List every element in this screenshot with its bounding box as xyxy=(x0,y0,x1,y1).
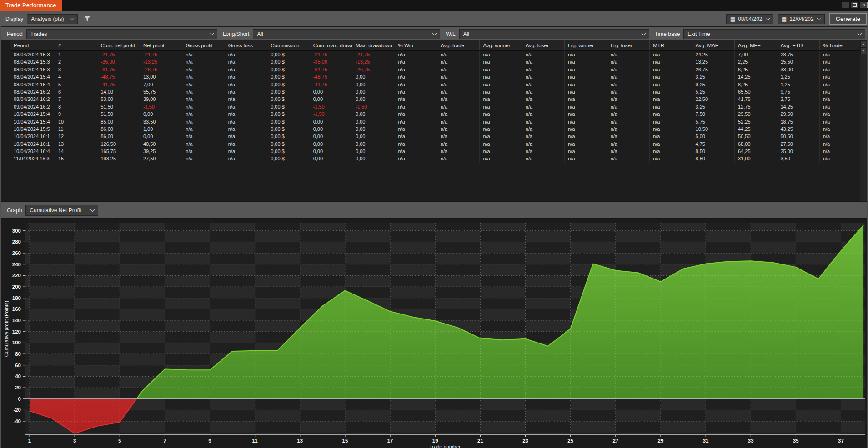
table-cell: -21,75 xyxy=(352,51,395,58)
chart-canvas: -40-200204060801001201401601802002202402… xyxy=(1,219,867,448)
scroll-down-button[interactable]: ▼ xyxy=(860,47,866,54)
table-cell: 2,25 xyxy=(735,58,777,65)
table-cell: n/a xyxy=(650,66,692,73)
wl-dropdown[interactable]: All xyxy=(459,29,649,39)
date-from-value: 08/04/2024 xyxy=(738,16,763,22)
column-header[interactable]: Avg. trade xyxy=(437,40,480,50)
table-cell: 10/04/2024 15:4 xyxy=(10,110,55,118)
column-header[interactable]: Period xyxy=(10,40,55,50)
table-cell: n/a xyxy=(565,103,607,110)
column-header[interactable]: Avg. winner xyxy=(480,40,522,50)
svg-text:31: 31 xyxy=(703,438,709,443)
table-cell: n/a xyxy=(480,103,522,110)
table-cell: n/a xyxy=(225,81,267,88)
table-cell: n/a xyxy=(607,81,650,88)
table-row[interactable]: 08/04/2024 15:44-48,7513,00n/an/a0,00 $-… xyxy=(10,73,867,80)
column-header[interactable]: Lrg. loser xyxy=(607,40,650,50)
longshort-dropdown[interactable]: All xyxy=(253,29,440,39)
graph-type-dropdown[interactable]: Cumulative Net Profit xyxy=(25,205,98,216)
table-cell: 1,25 xyxy=(777,81,819,88)
svg-text:60: 60 xyxy=(15,363,21,368)
table-cell: n/a xyxy=(607,58,650,65)
table-row[interactable]: 10/04/2024 16:113126,5040,50n/an/a0,00 $… xyxy=(10,140,867,148)
table-cell: n/a xyxy=(480,148,522,155)
table-scrollbar[interactable]: ▲ ▼ xyxy=(860,40,867,201)
table-cell: n/a xyxy=(650,58,692,65)
table-row[interactable]: 10/04/2024 15:4951,500,00n/an/a0,00 $-1,… xyxy=(10,110,867,118)
column-header[interactable]: Avg. ETD xyxy=(777,40,819,50)
table-cell: n/a xyxy=(820,148,862,155)
table-row[interactable]: 10/04/2024 16:414165,7539,25n/an/a0,00 $… xyxy=(10,148,867,155)
filter-funnel-icon[interactable] xyxy=(84,16,90,22)
table-cell: -61,75 xyxy=(97,66,140,73)
restore-button[interactable] xyxy=(851,2,858,8)
table-row[interactable]: 08/04/2024 15:45-41,757,00n/an/a0,00 $-4… xyxy=(10,81,867,88)
period-dropdown[interactable]: Trades xyxy=(26,29,217,39)
window-title-tab[interactable]: Trade Performance xyxy=(0,0,62,11)
table-row[interactable]: 09/04/2024 16:2851,50-1,50n/an/a0,00 $-1… xyxy=(10,103,867,110)
table-cell: 29,50 xyxy=(777,110,819,118)
timebase-dropdown[interactable]: Exit Time xyxy=(683,29,865,39)
cumulative-profit-chart: -40-200204060801001201401601802002202402… xyxy=(1,219,867,448)
table-cell: 0,00 xyxy=(352,125,395,133)
table-cell: n/a xyxy=(225,66,267,73)
table-row[interactable]: 08/04/2024 15:33-61,75-26,75n/an/a0,00 $… xyxy=(10,66,867,73)
table-cell: n/a xyxy=(820,81,862,88)
close-button[interactable]: ✕ xyxy=(860,2,868,8)
table-cell: 39,00 xyxy=(140,95,182,103)
column-header[interactable]: Avg. loser xyxy=(522,40,565,50)
table-cell: n/a xyxy=(437,103,480,110)
table-row[interactable]: 10/04/2024 16:11286,000,00n/an/a0,00 $0,… xyxy=(10,133,867,140)
table-cell: 0,00 xyxy=(310,95,352,103)
generate-button[interactable]: Generate xyxy=(829,13,867,25)
table-cell: 0,00 $ xyxy=(267,81,310,88)
column-header[interactable]: Max. drawdown xyxy=(352,40,395,50)
table-row[interactable]: 11/04/2024 15:315193,2527,50n/an/a0,00 $… xyxy=(10,155,867,162)
table-cell: 51,50 xyxy=(97,103,140,110)
column-header[interactable]: Gross profit xyxy=(182,40,225,50)
column-header[interactable]: % Trade xyxy=(820,40,862,50)
column-header[interactable]: Avg. MFE xyxy=(735,40,777,50)
table-row[interactable]: 08/04/2024 16:2614,0055,75n/an/a0,00 $0,… xyxy=(10,88,867,95)
table-row[interactable]: 10/04/2024 15:51186,001,00n/an/a0,00 $0,… xyxy=(10,125,867,133)
table-cell: n/a xyxy=(650,118,692,125)
table-cell: n/a xyxy=(395,103,437,110)
column-header[interactable]: MTR xyxy=(650,40,692,50)
toolbar: Display Analysis (pts) ▦ 08/04/2024 ▦ 12… xyxy=(0,11,868,26)
date-from-picker[interactable]: ▦ 08/04/2024 xyxy=(726,14,773,24)
table-cell: 08/04/2024 15:3 xyxy=(10,66,55,73)
column-header[interactable]: Gross loss xyxy=(225,40,267,50)
column-header[interactable]: % Win xyxy=(395,40,437,50)
table-row[interactable]: 10/04/2024 15:41085,0033,50n/an/a0,00 $0… xyxy=(10,118,867,125)
table-cell: 33,00 xyxy=(777,66,819,73)
minimize-button[interactable] xyxy=(842,2,849,8)
column-header[interactable]: Cum. net profit xyxy=(97,40,140,50)
table-cell: 11/04/2024 15:3 xyxy=(10,155,55,162)
scroll-up-button[interactable]: ▲ xyxy=(860,40,866,47)
column-header[interactable]: Lrg. winner xyxy=(565,40,607,50)
svg-text:23: 23 xyxy=(522,438,528,443)
column-header[interactable]: Avg. MAE xyxy=(692,40,735,50)
column-header[interactable]: # xyxy=(55,40,97,50)
table-row[interactable]: 08/04/2024 15:32-35,00-13,25n/an/a0,00 $… xyxy=(10,58,867,65)
table-cell: n/a xyxy=(565,140,607,148)
grid-body: 08/04/2024 15:31-21,75-21,75n/an/a0,00 $… xyxy=(10,51,867,163)
table-cell: n/a xyxy=(565,81,607,88)
table-cell: 0,00 xyxy=(310,140,352,148)
table-row[interactable]: 08/04/2024 16:2753,0039,00n/an/a0,00 $0,… xyxy=(10,95,867,103)
table-cell: 0,00 xyxy=(352,133,395,140)
table-cell: 0,00 xyxy=(310,155,352,162)
display-dropdown[interactable]: Analysis (pts) xyxy=(27,14,78,24)
table-cell: n/a xyxy=(182,73,225,80)
table-cell: 53,00 xyxy=(97,95,140,103)
table-cell: n/a xyxy=(395,81,437,88)
table-cell: n/a xyxy=(820,103,862,110)
table-cell: 08/04/2024 15:4 xyxy=(10,73,55,80)
table-cell: n/a xyxy=(480,81,522,88)
column-header[interactable]: Cum. max. drawdown xyxy=(310,40,352,50)
date-to-picker[interactable]: ▦ 12/04/2024 xyxy=(778,14,825,24)
column-header[interactable]: Net profit xyxy=(140,40,182,50)
table-row[interactable]: 08/04/2024 15:31-21,75-21,75n/an/a0,00 $… xyxy=(10,51,867,58)
table-cell: 15 xyxy=(55,155,97,162)
column-header[interactable]: Commission xyxy=(267,40,310,50)
